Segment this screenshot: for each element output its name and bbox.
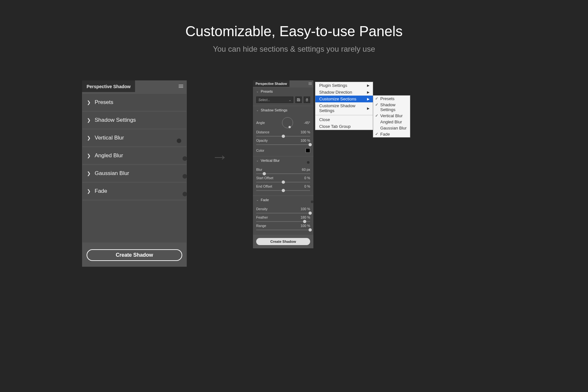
- menu-item-customize-sections[interactable]: Customize Sections ▶: [315, 96, 373, 102]
- range-value: 100 %: [300, 224, 310, 228]
- menu-label: Customize Sections: [319, 97, 356, 101]
- panel-expanded: Perspective Shadow ⌄ Presets Select... ⌄…: [253, 80, 313, 248]
- chevron-right-icon: ❯: [87, 118, 91, 123]
- menu-item-customize-shadow[interactable]: Customize Shadow Settings ▶: [315, 102, 373, 114]
- distance-value: 100 %: [300, 130, 310, 134]
- section-label: Vertical Blur: [95, 135, 124, 141]
- range-slider[interactable]: [256, 230, 310, 230]
- preset-select[interactable]: Select... ⌄: [256, 97, 293, 103]
- save-preset-button[interactable]: [295, 97, 302, 103]
- submenu-arrow-icon: ▶: [367, 90, 370, 94]
- submenu-shadow-settings[interactable]: Shadow Settings: [373, 102, 410, 113]
- panel-flyout-menu: Plugin Settings ▶ Shadow Direction ▶ Cus…: [315, 82, 373, 130]
- menu-item-plugin-settings[interactable]: Plugin Settings ▶: [315, 82, 373, 89]
- blur-value: 60 px: [302, 168, 310, 171]
- chevron-down-icon: ⌄: [256, 198, 259, 201]
- section-angled-blur[interactable]: ❯ Angled Blur: [82, 147, 186, 164]
- delete-preset-button[interactable]: [304, 97, 310, 103]
- section-vertical-blur[interactable]: ❯ Vertical Blur: [82, 129, 186, 146]
- panel-collapsed: Perspective Shadow ❯ Presets ❯ Shadow Se…: [82, 80, 187, 267]
- panel-tab[interactable]: Perspective Shadow: [253, 80, 289, 87]
- menu-item-shadow-direction[interactable]: Shadow Direction ▶: [315, 89, 373, 96]
- submenu-arrow-icon: ▶: [367, 84, 370, 87]
- range-label: Range: [256, 224, 266, 228]
- chevron-down-icon: ⌄: [256, 90, 259, 93]
- chevron-right-icon: ❯: [87, 100, 91, 105]
- section-presets-header[interactable]: ⌄ Presets: [253, 88, 313, 95]
- submenu-gaussian-blur[interactable]: Gaussian Blur: [373, 125, 410, 131]
- section-presets[interactable]: ❯ Presets: [82, 94, 186, 111]
- chevron-right-icon: ❯: [87, 189, 91, 194]
- submenu-angled-blur[interactable]: Angled Blur: [373, 119, 410, 125]
- color-swatch[interactable]: [306, 148, 310, 153]
- angle-value: -45°: [304, 121, 310, 125]
- section-gaussian-blur[interactable]: ❯ Gaussian Blur: [82, 165, 186, 182]
- color-label: Color: [256, 149, 264, 152]
- menu-item-close-tab-group[interactable]: Close Tab Group: [315, 123, 373, 130]
- section-shadow-settings-header[interactable]: ⌄ Shadow Settings: [253, 106, 313, 114]
- angle-label: Angle: [256, 121, 265, 125]
- submenu-vertical-blur[interactable]: Vertical Blur: [373, 113, 410, 119]
- section-label: Presets: [261, 89, 273, 93]
- hamburger-icon[interactable]: [175, 80, 187, 92]
- panel-empty: [82, 201, 186, 242]
- density-slider[interactable]: [256, 213, 310, 213]
- end-offset-value: 0 %: [304, 184, 310, 188]
- section-fade-header[interactable]: ⌄ Fade: [253, 196, 313, 204]
- section-label: Fade: [261, 198, 269, 202]
- opacity-slider[interactable]: [256, 144, 310, 145]
- end-offset-label: End Offset: [256, 184, 272, 188]
- create-shadow-button[interactable]: Create Shadow: [87, 249, 182, 261]
- section-fade[interactable]: ❯ Fade: [82, 183, 186, 200]
- distance-slider[interactable]: [256, 136, 310, 137]
- menu-label: Close: [319, 117, 330, 122]
- preset-placeholder: Select...: [258, 98, 270, 102]
- chevron-down-icon: ⌄: [256, 159, 259, 162]
- create-shadow-button[interactable]: Create Shadow: [256, 238, 310, 245]
- customize-sections-submenu: Presets Shadow Settings Vertical Blur An…: [373, 95, 410, 138]
- menu-separator: [315, 115, 373, 115]
- arrow-right-icon: →: [211, 147, 228, 166]
- density-value: 100 %: [300, 207, 310, 211]
- start-offset-label: Start Offset: [256, 176, 273, 180]
- chevron-down-icon: ⌄: [289, 98, 291, 102]
- chevron-right-icon: ❯: [87, 171, 91, 176]
- chevron-down-icon: ⌄: [256, 108, 259, 112]
- opacity-label: Opacity: [256, 139, 268, 142]
- start-offset-value: 0 %: [304, 176, 310, 180]
- section-label: Angled Blur: [95, 152, 123, 159]
- feather-label: Feather: [256, 215, 268, 219]
- blur-label: Blur: [256, 168, 262, 171]
- density-label: Density: [256, 207, 268, 211]
- section-label: Shadow Settings: [95, 117, 136, 123]
- submenu-fade[interactable]: Fade: [373, 131, 410, 137]
- end-offset-slider[interactable]: [256, 190, 310, 191]
- section-label: Presets: [95, 99, 113, 106]
- chevron-right-icon: ❯: [87, 153, 91, 158]
- submenu-arrow-icon: ▶: [367, 97, 370, 101]
- opacity-value: 100 %: [300, 139, 310, 142]
- section-label: Fade: [95, 188, 107, 194]
- section-label: Shadow Settings: [261, 108, 288, 112]
- panel-tab[interactable]: Perspective Shadow: [82, 80, 135, 92]
- blur-slider[interactable]: [256, 173, 310, 174]
- feather-value: 180 %: [300, 215, 310, 219]
- menu-label: Close Tab Group: [319, 124, 351, 129]
- start-offset-slider[interactable]: [256, 182, 310, 182]
- angle-dial[interactable]: [282, 117, 293, 128]
- distance-label: Distance: [256, 130, 269, 134]
- section-shadow-settings[interactable]: ❯ Shadow Settings: [82, 112, 186, 129]
- headline: Customizable, Easy-to-use Panels: [0, 23, 588, 39]
- feather-slider[interactable]: [256, 221, 310, 222]
- menu-label: Plugin Settings: [319, 83, 347, 88]
- hamburger-icon[interactable]: [307, 80, 313, 87]
- menu-item-close[interactable]: Close: [315, 116, 373, 123]
- panel-header: Perspective Shadow: [82, 80, 187, 92]
- chevron-right-icon: ❯: [87, 135, 91, 140]
- section-label: Vertical Blur: [261, 159, 280, 162]
- panel-header: Perspective Shadow: [253, 80, 313, 87]
- section-label: Gaussian Blur: [95, 170, 129, 177]
- submenu-presets[interactable]: Presets: [373, 96, 410, 102]
- menu-label: Customize Shadow Settings: [319, 103, 367, 113]
- section-vertical-blur-header[interactable]: ⌄ Vertical Blur: [253, 157, 313, 164]
